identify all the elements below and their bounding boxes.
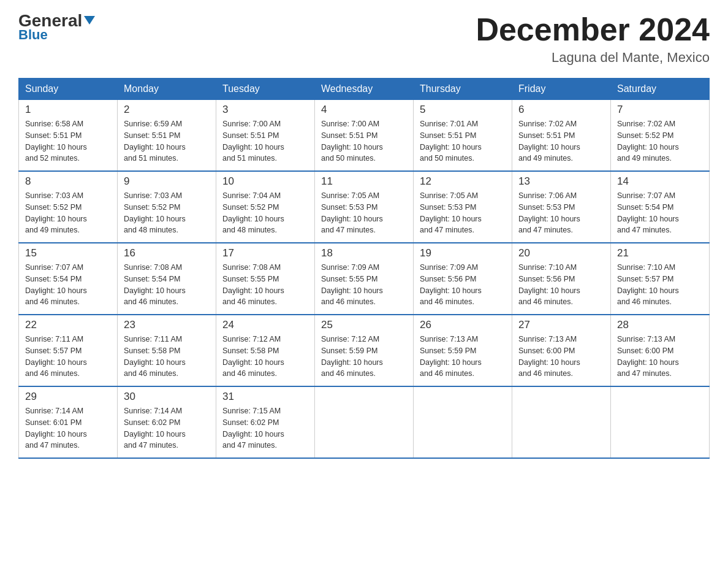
- table-row: 20Sunrise: 7:10 AM Sunset: 5:56 PM Dayli…: [512, 243, 611, 315]
- day-info: Sunrise: 7:05 AM Sunset: 5:53 PM Dayligh…: [321, 190, 407, 236]
- day-info: Sunrise: 7:10 AM Sunset: 5:56 PM Dayligh…: [518, 262, 604, 308]
- table-row: 17Sunrise: 7:08 AM Sunset: 5:55 PM Dayli…: [216, 243, 315, 315]
- day-info: Sunrise: 7:13 AM Sunset: 6:00 PM Dayligh…: [518, 334, 604, 380]
- day-number: 25: [321, 319, 407, 331]
- day-number: 5: [420, 104, 506, 116]
- table-row: 22Sunrise: 7:11 AM Sunset: 5:57 PM Dayli…: [19, 315, 118, 386]
- table-row: 15Sunrise: 7:07 AM Sunset: 5:54 PM Dayli…: [19, 243, 118, 315]
- table-row: 1Sunrise: 6:58 AM Sunset: 5:51 PM Daylig…: [19, 100, 118, 172]
- table-row: [315, 386, 414, 458]
- table-row: 16Sunrise: 7:08 AM Sunset: 5:54 PM Dayli…: [118, 243, 216, 315]
- day-info: Sunrise: 7:03 AM Sunset: 5:52 PM Dayligh…: [124, 190, 210, 236]
- calendar-header-row: Sunday Monday Tuesday Wednesday Thursday…: [19, 79, 710, 100]
- location: Laguna del Mante, Mexico: [476, 50, 710, 66]
- calendar-week-row: 22Sunrise: 7:11 AM Sunset: 5:57 PM Dayli…: [19, 315, 710, 386]
- month-title: December 2024: [476, 12, 710, 47]
- day-info: Sunrise: 7:12 AM Sunset: 5:59 PM Dayligh…: [321, 334, 407, 380]
- header-saturday: Saturday: [611, 79, 710, 100]
- table-row: 6Sunrise: 7:02 AM Sunset: 5:51 PM Daylig…: [512, 100, 611, 172]
- day-info: Sunrise: 7:03 AM Sunset: 5:52 PM Dayligh…: [25, 190, 111, 236]
- day-info: Sunrise: 7:12 AM Sunset: 5:58 PM Dayligh…: [222, 334, 308, 380]
- day-number: 29: [25, 391, 111, 403]
- day-info: Sunrise: 7:09 AM Sunset: 5:55 PM Dayligh…: [321, 262, 407, 308]
- table-row: 9Sunrise: 7:03 AM Sunset: 5:52 PM Daylig…: [118, 171, 216, 243]
- day-number: 31: [222, 391, 308, 403]
- day-info: Sunrise: 6:58 AM Sunset: 5:51 PM Dayligh…: [25, 118, 111, 164]
- day-info: Sunrise: 7:10 AM Sunset: 5:57 PM Dayligh…: [617, 262, 703, 308]
- logo-icon: [83, 13, 96, 27]
- day-info: Sunrise: 7:02 AM Sunset: 5:52 PM Dayligh…: [617, 118, 703, 164]
- table-row: 11Sunrise: 7:05 AM Sunset: 5:53 PM Dayli…: [315, 171, 414, 243]
- table-row: 30Sunrise: 7:14 AM Sunset: 6:02 PM Dayli…: [118, 386, 216, 458]
- day-number: 17: [222, 247, 308, 259]
- header-friday: Friday: [512, 79, 611, 100]
- day-info: Sunrise: 7:00 AM Sunset: 5:51 PM Dayligh…: [321, 118, 407, 164]
- day-info: Sunrise: 6:59 AM Sunset: 5:51 PM Dayligh…: [124, 118, 210, 164]
- title-block: December 2024 Laguna del Mante, Mexico: [476, 12, 710, 66]
- table-row: 19Sunrise: 7:09 AM Sunset: 5:56 PM Dayli…: [414, 243, 512, 315]
- day-number: 1: [25, 104, 111, 116]
- table-row: 7Sunrise: 7:02 AM Sunset: 5:52 PM Daylig…: [611, 100, 710, 172]
- table-row: 3Sunrise: 7:00 AM Sunset: 5:51 PM Daylig…: [216, 100, 315, 172]
- calendar-week-row: 8Sunrise: 7:03 AM Sunset: 5:52 PM Daylig…: [19, 171, 710, 243]
- table-row: 8Sunrise: 7:03 AM Sunset: 5:52 PM Daylig…: [19, 171, 118, 243]
- day-number: 14: [617, 175, 703, 188]
- day-info: Sunrise: 7:09 AM Sunset: 5:56 PM Dayligh…: [420, 262, 506, 308]
- table-row: 24Sunrise: 7:12 AM Sunset: 5:58 PM Dayli…: [216, 315, 315, 386]
- table-row: 10Sunrise: 7:04 AM Sunset: 5:52 PM Dayli…: [216, 171, 315, 243]
- logo-blue: Blue: [18, 27, 48, 43]
- table-row: 23Sunrise: 7:11 AM Sunset: 5:58 PM Dayli…: [118, 315, 216, 386]
- day-number: 10: [222, 175, 308, 188]
- day-number: 3: [222, 104, 308, 116]
- day-info: Sunrise: 7:07 AM Sunset: 5:54 PM Dayligh…: [25, 262, 111, 308]
- day-number: 18: [321, 247, 407, 259]
- table-row: 25Sunrise: 7:12 AM Sunset: 5:59 PM Dayli…: [315, 315, 414, 386]
- header-wednesday: Wednesday: [315, 79, 414, 100]
- day-info: Sunrise: 7:07 AM Sunset: 5:54 PM Dayligh…: [617, 190, 703, 236]
- day-number: 7: [617, 104, 703, 116]
- table-row: 18Sunrise: 7:09 AM Sunset: 5:55 PM Dayli…: [315, 243, 414, 315]
- table-row: 13Sunrise: 7:06 AM Sunset: 5:53 PM Dayli…: [512, 171, 611, 243]
- table-row: 14Sunrise: 7:07 AM Sunset: 5:54 PM Dayli…: [611, 171, 710, 243]
- table-row: 12Sunrise: 7:05 AM Sunset: 5:53 PM Dayli…: [414, 171, 512, 243]
- logo: General Blue: [18, 12, 96, 43]
- day-number: 28: [617, 319, 703, 331]
- day-number: 13: [518, 175, 604, 188]
- day-number: 4: [321, 104, 407, 116]
- day-number: 9: [124, 175, 210, 188]
- day-info: Sunrise: 7:14 AM Sunset: 6:02 PM Dayligh…: [124, 405, 210, 451]
- header-sunday: Sunday: [19, 79, 118, 100]
- day-number: 2: [124, 104, 210, 116]
- header-tuesday: Tuesday: [216, 79, 315, 100]
- day-number: 24: [222, 319, 308, 331]
- calendar-week-row: 15Sunrise: 7:07 AM Sunset: 5:54 PM Dayli…: [19, 243, 710, 315]
- day-number: 26: [420, 319, 506, 331]
- day-number: 21: [617, 247, 703, 259]
- day-info: Sunrise: 7:05 AM Sunset: 5:53 PM Dayligh…: [420, 190, 506, 236]
- table-row: 28Sunrise: 7:13 AM Sunset: 6:00 PM Dayli…: [611, 315, 710, 386]
- day-number: 19: [420, 247, 506, 259]
- table-row: [512, 386, 611, 458]
- day-info: Sunrise: 7:14 AM Sunset: 6:01 PM Dayligh…: [25, 405, 111, 451]
- day-number: 12: [420, 175, 506, 188]
- calendar-week-row: 29Sunrise: 7:14 AM Sunset: 6:01 PM Dayli…: [19, 386, 710, 458]
- day-info: Sunrise: 7:11 AM Sunset: 5:57 PM Dayligh…: [25, 334, 111, 380]
- day-info: Sunrise: 7:06 AM Sunset: 5:53 PM Dayligh…: [518, 190, 604, 236]
- header-monday: Monday: [118, 79, 216, 100]
- table-row: 26Sunrise: 7:13 AM Sunset: 5:59 PM Dayli…: [414, 315, 512, 386]
- day-number: 16: [124, 247, 210, 259]
- day-number: 6: [518, 104, 604, 116]
- header-thursday: Thursday: [414, 79, 512, 100]
- day-number: 23: [124, 319, 210, 331]
- day-info: Sunrise: 7:13 AM Sunset: 6:00 PM Dayligh…: [617, 334, 703, 380]
- day-info: Sunrise: 7:15 AM Sunset: 6:02 PM Dayligh…: [222, 405, 308, 451]
- table-row: 21Sunrise: 7:10 AM Sunset: 5:57 PM Dayli…: [611, 243, 710, 315]
- table-row: 2Sunrise: 6:59 AM Sunset: 5:51 PM Daylig…: [118, 100, 216, 172]
- day-info: Sunrise: 7:11 AM Sunset: 5:58 PM Dayligh…: [124, 334, 210, 380]
- table-row: 4Sunrise: 7:00 AM Sunset: 5:51 PM Daylig…: [315, 100, 414, 172]
- day-info: Sunrise: 7:02 AM Sunset: 5:51 PM Dayligh…: [518, 118, 604, 164]
- svg-marker-0: [84, 16, 95, 25]
- day-info: Sunrise: 7:13 AM Sunset: 5:59 PM Dayligh…: [420, 334, 506, 380]
- day-number: 11: [321, 175, 407, 188]
- calendar-table: Sunday Monday Tuesday Wednesday Thursday…: [18, 78, 710, 459]
